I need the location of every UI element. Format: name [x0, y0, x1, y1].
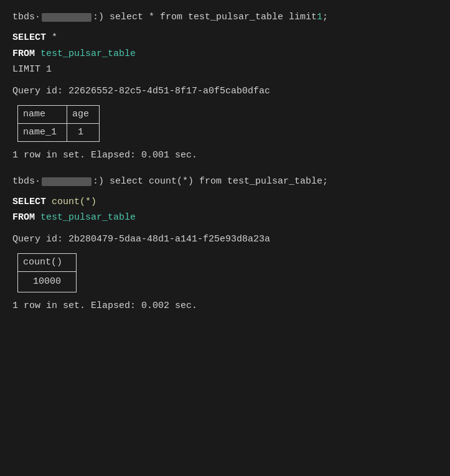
- prompt-end-1: ;: [322, 10, 328, 25]
- sql-line-2-2: FROM test_pulsar_table: [12, 210, 438, 226]
- cell-age-1: 1: [67, 123, 100, 141]
- kw-from-2: FROM: [12, 212, 35, 223]
- prompt-line-1: tbds· :) select * from test_pulsar_table…: [12, 10, 438, 25]
- sql-line-2-1: SELECT count(*): [12, 194, 438, 210]
- cell-name-1: name_1: [18, 123, 67, 141]
- prompt-host-blur-2: [42, 177, 91, 186]
- sql-count-2: count(*): [52, 197, 96, 207]
- sql-asterisk-1: *: [52, 32, 57, 43]
- result-table-2: count() 10000: [17, 253, 77, 292]
- table-row: name_1 1: [18, 123, 100, 141]
- kw-select-1: SELECT: [12, 32, 46, 43]
- prompt-suffix-2: :) select count(*) from test_pulsar_tabl…: [93, 174, 328, 189]
- sql-line-1-2: FROM test_pulsar_table: [12, 46, 438, 62]
- kw-from-1: FROM: [12, 49, 35, 59]
- prompt-prefix-1: tbds·: [12, 10, 40, 25]
- result-table-1: name age name_1 1: [17, 105, 100, 142]
- prompt-host-blur-1: [42, 13, 91, 22]
- query-id-2: Query id: 2b280479-5daa-48d1-a141-f25e93…: [12, 232, 438, 247]
- prompt-prefix-2: tbds·: [12, 174, 40, 189]
- elapsed-2: 1 row in set. Elapsed: 0.002 sec.: [12, 299, 438, 314]
- prompt-highlight-1: 1: [317, 10, 322, 25]
- prompt-suffix-1: :) select * from test_pulsar_table limit: [93, 10, 317, 25]
- kw-select-2: SELECT: [12, 197, 46, 207]
- block1-section: tbds· :) select * from test_pulsar_table…: [12, 10, 438, 163]
- col-header-age: age: [67, 105, 100, 123]
- table-header-row-1: name age: [18, 105, 100, 123]
- sql-table-2: test_pulsar_table: [40, 212, 136, 223]
- table-header-row-2: count(): [18, 253, 77, 271]
- col-header-name: name: [18, 105, 67, 123]
- sql-table-1: test_pulsar_table: [40, 49, 136, 59]
- elapsed-1: 1 row in set. Elapsed: 0.001 sec.: [12, 148, 438, 163]
- sql-limit-1: LIMIT 1: [12, 64, 52, 75]
- sql-line-1-3: LIMIT 1: [12, 62, 438, 78]
- table-row: 10000: [18, 271, 77, 292]
- cell-count-1: 10000: [18, 271, 77, 292]
- sql-line-1-1: SELECT *: [12, 30, 438, 46]
- sql-block-1: SELECT * FROM test_pulsar_table LIMIT 1: [12, 30, 438, 78]
- col-header-count: count(): [18, 253, 77, 271]
- prompt-line-2: tbds· :) select count(*) from test_pulsa…: [12, 174, 438, 189]
- query-id-1: Query id: 22626552-82c5-4d51-8f17-a0f5ca…: [12, 84, 438, 99]
- block2-section: tbds· :) select count(*) from test_pulsa…: [12, 174, 438, 314]
- sql-block-2: SELECT count(*) FROM test_pulsar_table: [12, 194, 438, 226]
